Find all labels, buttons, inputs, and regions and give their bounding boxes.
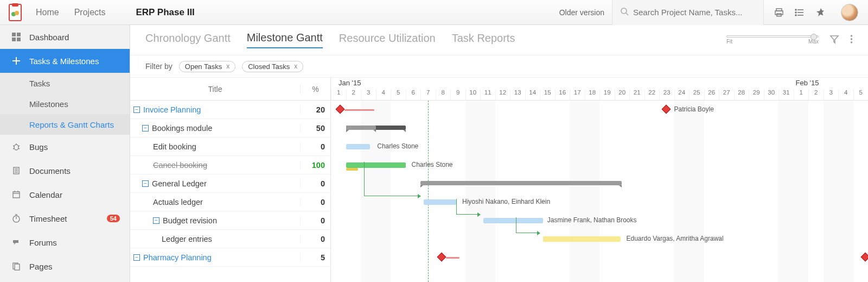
dependency-arrow — [537, 231, 540, 235]
progress-line — [344, 109, 374, 111]
task-bar[interactable] — [424, 199, 457, 205]
plus-icon — [11, 57, 22, 65]
sidebar-item-forums[interactable]: Forums — [0, 230, 130, 254]
collapse-icon[interactable]: − — [153, 217, 159, 224]
tab-task-reports[interactable]: Task Reports — [452, 32, 515, 48]
sidebar-item-timesheet[interactable]: Timesheet 54 — [0, 206, 130, 230]
search-input[interactable] — [633, 8, 756, 17]
chip-remove-icon[interactable]: x — [294, 62, 297, 70]
day-cell: 17 — [570, 89, 585, 100]
nav-projects[interactable]: Projects — [74, 8, 106, 17]
svg-point-41 — [851, 35, 853, 37]
day-cell: 9 — [450, 89, 465, 100]
collapse-icon[interactable]: − — [142, 180, 149, 187]
more-icon[interactable] — [850, 34, 853, 46]
day-cell: 1 — [794, 89, 809, 100]
month-label-feb: Feb '15 — [796, 79, 819, 87]
tab-milestone-gantt[interactable]: Milestone Gantt — [247, 32, 323, 48]
svg-rect-1 — [12, 3, 18, 7]
task-bar[interactable] — [346, 144, 370, 149]
sidebar-sub-tasks[interactable]: Tasks — [0, 73, 130, 93]
zoom-slider[interactable]: Fit Max — [726, 34, 819, 46]
group-bar[interactable] — [420, 181, 622, 185]
chart-body[interactable]: Patricia Boyle Charles Stone — [331, 101, 868, 282]
documents-icon — [11, 166, 22, 175]
day-cell: 26 — [704, 89, 719, 100]
task-row[interactable]: Actuals ledger 0 — [130, 193, 330, 211]
dependency-arrow — [477, 212, 481, 217]
svg-point-21 — [14, 145, 18, 150]
calendar-icon — [11, 190, 22, 199]
task-title: Cancel booking — [153, 161, 207, 170]
task-row[interactable]: −Pharmacy Planning 5 — [130, 248, 330, 267]
task-pct: 0 — [300, 198, 330, 206]
month-label-jan: Jan '15 — [339, 79, 361, 87]
day-cell: 29 — [749, 89, 764, 100]
tab-chronology-gantt[interactable]: Chronology Gantt — [145, 32, 231, 48]
collapse-icon[interactable]: − — [142, 125, 149, 131]
sidebar-item-chat[interactable]: Chat — [0, 278, 130, 282]
milestone-diamond[interactable] — [661, 105, 671, 114]
day-cell: 31 — [778, 89, 794, 100]
task-row[interactable]: −Invoice Planning 20 — [130, 101, 330, 119]
settings-icon[interactable] — [815, 7, 826, 18]
day-cell: 27 — [719, 89, 734, 100]
sidebar-sub-reports-gantt[interactable]: Reports & Gantt Charts — [0, 114, 130, 135]
task-row[interactable]: Edit booking 0 — [130, 137, 330, 156]
list-icon[interactable] — [794, 7, 805, 18]
day-cell: 2 — [808, 89, 824, 100]
svg-point-13 — [795, 12, 796, 13]
filter-icon[interactable] — [829, 34, 839, 46]
assignee-label: Eduardo Vargas, Amritha Agrawal — [627, 235, 724, 242]
sidebar-item-pages[interactable]: Pages — [0, 254, 130, 278]
collapse-icon[interactable]: − — [133, 254, 140, 261]
day-cell: 4 — [376, 89, 391, 100]
task-row[interactable]: −Budget revision 0 — [130, 211, 330, 230]
day-cell: 11 — [480, 89, 495, 100]
task-row[interactable]: −General Ledger 0 — [130, 174, 330, 193]
collapse-icon[interactable]: − — [133, 106, 140, 113]
sidebar-label: Tasks & Milestones — [29, 57, 99, 66]
task-row[interactable]: −Bookings module 50 — [130, 119, 330, 137]
filter-row: Filter by Open Tasks x Closed Tasks x — [130, 55, 868, 77]
search-box[interactable] — [612, 0, 764, 25]
filter-by-label: Filter by — [145, 62, 173, 71]
zoom-thumb[interactable] — [810, 34, 817, 40]
task-pct: 0 — [300, 179, 330, 188]
task-header: Title % — [130, 78, 330, 101]
sidebar-item-tasks-milestones[interactable]: Tasks & Milestones — [0, 49, 130, 73]
sidebar-label: Forums — [29, 238, 57, 247]
filter-chip-open-tasks[interactable]: Open Tasks x — [179, 61, 235, 72]
task-bar[interactable] — [543, 236, 621, 242]
gantt-row — [331, 119, 868, 137]
filter-chip-closed-tasks[interactable]: Closed Tasks x — [242, 61, 303, 72]
sidebar-item-dashboard[interactable]: Dashboard — [0, 25, 130, 49]
search-icon — [620, 7, 629, 17]
sidebar-item-documents[interactable]: Documents — [0, 159, 130, 183]
chart-panel[interactable]: Jan '15 Feb '15 123456789101112131415161… — [331, 78, 868, 282]
top-toolbar — [764, 4, 868, 21]
day-cell: 19 — [599, 89, 615, 100]
top-bar: Home Projects ERP Phase III Older versio… — [0, 0, 868, 25]
tab-resource-utilization[interactable]: Resource Utilization — [339, 32, 436, 48]
milestone-diamond[interactable] — [336, 105, 345, 114]
sidebar-sub-milestones[interactable]: Milestones — [0, 93, 130, 114]
user-avatar[interactable] — [841, 4, 858, 21]
task-row[interactable]: Cancel booking 100 — [130, 156, 330, 174]
older-version-link[interactable]: Older version — [559, 8, 604, 17]
nav-home[interactable]: Home — [36, 8, 59, 17]
top-nav: Home Projects — [36, 8, 105, 17]
sidebar-label: Pages — [29, 262, 53, 271]
task-pct: 5 — [300, 253, 330, 262]
chip-remove-icon[interactable]: x — [226, 62, 229, 70]
sidebar-item-calendar[interactable]: Calendar — [0, 183, 130, 206]
print-icon[interactable] — [774, 7, 784, 18]
milestone-diamond[interactable] — [437, 253, 446, 262]
task-title: General Ledger — [152, 179, 207, 188]
day-cell: 25 — [689, 89, 704, 100]
milestone-diamond[interactable] — [861, 253, 868, 262]
sidebar-item-bugs[interactable]: Bugs — [0, 135, 130, 159]
svg-line-5 — [626, 13, 628, 15]
task-title: Ledger entries — [162, 235, 212, 243]
task-row[interactable]: Ledger entries 0 — [130, 230, 330, 248]
